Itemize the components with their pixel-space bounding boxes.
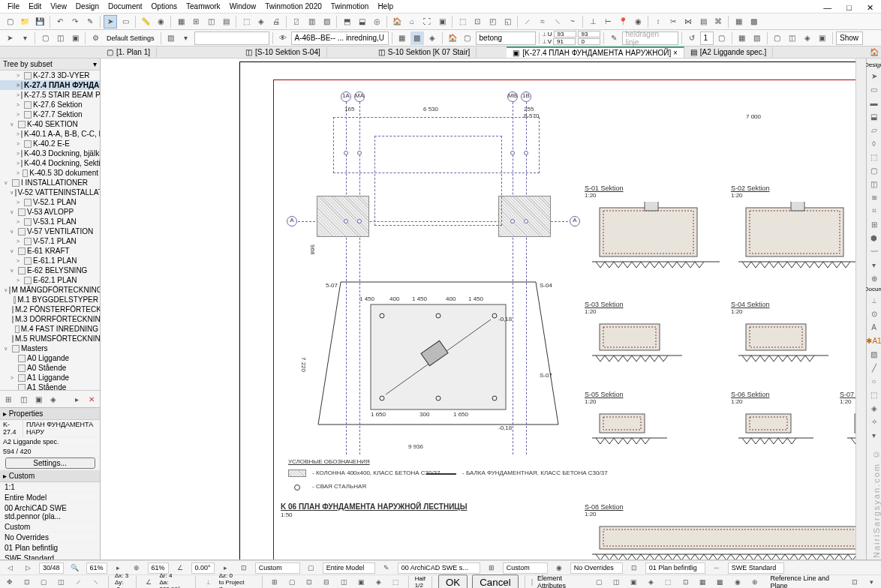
sb-icon[interactable]: ⊕ [130,561,143,574]
tb-icon[interactable]: ⛶ [420,15,434,28]
rt-icon[interactable]: ⌗ [868,205,880,217]
rt-icon[interactable]: ≋ [868,191,880,203]
arrow-icon[interactable]: ➤ [3,32,17,45]
tb-icon[interactable]: ▢ [461,32,474,45]
maximize-icon[interactable]: □ [842,2,856,14]
tb-icon[interactable]: 🏠 [390,15,404,28]
tree-item[interactable]: vM MÄNGDFÖRTECKNING [0,285,100,295]
dropper-icon[interactable]: ✎ [83,15,97,28]
sb-icon[interactable]: ◈ [372,575,385,588]
tab-k274[interactable]: ▣[K-27.4 ПЛАН ФУНДАМЕНТА НАРУЖНОЙ] × [507,46,684,58]
circle-icon[interactable]: ○ [868,375,880,387]
sb-icon[interactable]: ▦ [696,575,709,588]
sb-icon[interactable]: ⊡ [679,575,692,588]
tb-icon[interactable]: ⬚ [456,15,469,28]
tb-icon[interactable]: ▣ [68,32,82,45]
tb-icon[interactable]: ◫ [786,32,799,45]
sb-icon[interactable]: ⟂ [202,575,215,588]
redo-icon[interactable]: ↷ [68,15,82,28]
rt-icon[interactable]: ✱A1 [868,334,880,346]
tree-item[interactable]: >K-27.4 ПЛАН ФУНДАМ [0,80,100,90]
sb-icon[interactable]: ⊞ [485,561,498,574]
angle-field[interactable]: 0.00° [191,562,215,574]
v-scrollbar[interactable] [855,58,866,564]
sb-icon[interactable]: ▢ [38,575,50,588]
tree-btn[interactable]: ▣ [32,392,45,406]
tree-item[interactable]: vV-53 AVLOPP [0,207,100,217]
rt-icon[interactable]: ✧ [868,416,880,428]
tree-item[interactable]: >K-27.5 STAIR BEAM PLAN [0,90,100,100]
material-combo[interactable]: betong [476,32,536,45]
show-button[interactable]: Show [836,32,863,45]
quick-option[interactable]: Custom [0,522,100,532]
sb-icon[interactable]: ✥ [3,575,16,588]
tb-icon[interactable]: ↺ [685,32,699,45]
sb-icon[interactable]: ⬚ [662,575,675,588]
properties-header[interactable]: ▸ Properties [0,408,100,420]
tb-icon[interactable]: ≈ [536,15,549,28]
tb-icon[interactable]: ◈ [425,32,439,45]
sb-icon[interactable]: ⟋ [72,575,85,588]
line-icon[interactable]: ╱ [868,362,880,374]
tb-icon[interactable]: ▾ [18,32,32,45]
sb-icon[interactable]: ⊟ [320,575,333,588]
tree-item[interactable]: >K-27.3 3D-VYER [0,70,100,80]
tree-item[interactable]: >K-27.7 Sektion [0,110,100,119]
tree-item[interactable]: M.4 FAST INREDNING [0,324,100,334]
custom-header[interactable]: ▸ Custom [0,470,100,482]
std-combo[interactable]: SWE Standard [728,562,784,574]
tree-item[interactable]: >A1 Liggande [0,373,100,382]
rt-icon[interactable]: ⬓ [868,110,880,122]
tree-item[interactable]: vV-57 VENTILATION [0,226,100,236]
rt-icon[interactable]: ▾ [868,259,880,271]
sb-icon[interactable]: ◫ [338,575,350,588]
tree-item[interactable]: vV-52 VATTENINSTALLATION [0,188,100,197]
tb-icon[interactable]: ▦ [395,32,409,45]
menu-file[interactable]: File [3,1,24,12]
menu-twinmotion2020[interactable]: Twinmotion 2020 [260,1,326,12]
sb-icon[interactable]: ⊞ [269,575,281,588]
sb-icon[interactable]: ▢ [593,575,606,588]
coord-v2[interactable] [578,38,600,45]
menu-options[interactable]: Options [147,1,182,12]
sb-icon[interactable]: ◫ [55,575,68,588]
menu-teamwork[interactable]: Teamwork [182,1,225,12]
tab-a2[interactable]: ▤[A2 Liggande spec.] [684,47,773,57]
tree-item[interactable]: A1 Stående [0,382,100,390]
quick-option[interactable]: 00 ArchiCAD SWE std.pennor (pla... [0,503,100,522]
quick-option[interactable]: 1:1 [0,482,100,493]
rt-icon[interactable]: ➤ [868,70,880,82]
navigator-tree[interactable]: >K-27.3 3D-VYER>K-27.4 ПЛАН ФУНДАМ>K-27.… [0,70,100,390]
tree-item[interactable]: >E-62.1 PLAN [0,275,100,285]
coord-u2[interactable] [578,31,600,38]
coord-u[interactable] [554,31,576,38]
tb-icon[interactable]: ⌘ [711,15,725,28]
default-settings-label[interactable]: Default Settings [104,34,158,42]
fill-icon[interactable]: ▨ [868,348,880,360]
delete-icon[interactable]: ✕ [85,392,98,406]
tree-item[interactable]: vMasters [0,344,100,353]
menu-edit[interactable]: Edit [24,1,46,12]
sb-icon[interactable]: ◫ [610,575,623,588]
tb-icon[interactable]: ▦ [735,32,749,45]
tree-item[interactable]: >K-40.3 Dockning, bjälkl [0,148,100,158]
tb-icon[interactable]: ▧ [320,15,333,28]
tb-icon[interactable]: ▢ [38,32,52,45]
tb-icon[interactable]: ↕ [651,15,665,28]
tree-item[interactable]: A0 Liggande [0,353,100,363]
tb-icon[interactable]: ▤ [696,15,710,28]
sb-icon[interactable]: ⬚ [389,575,402,588]
tb-icon[interactable]: ⊥ [586,15,600,28]
rt-icon[interactable]: ⊙ [868,308,880,320]
rt-icon[interactable]: A [868,321,880,333]
tree-item[interactable]: >K-40.5 3D dokument [0,168,100,178]
tb-icon[interactable]: ◉ [631,15,645,28]
quick-option[interactable]: No Overrides [0,532,100,543]
tree-item[interactable]: vE-62 BELYSNING [0,266,100,275]
rt-icon[interactable]: ⟂ [868,294,880,306]
tb-icon[interactable]: ~ [566,15,579,28]
overrides-combo[interactable]: No Overrides [570,562,623,574]
tree-item[interactable]: >K-40.2 E-E [0,139,100,148]
tb-icon[interactable]: ⊡ [471,15,484,28]
tb-icon[interactable]: ▥ [305,15,318,28]
